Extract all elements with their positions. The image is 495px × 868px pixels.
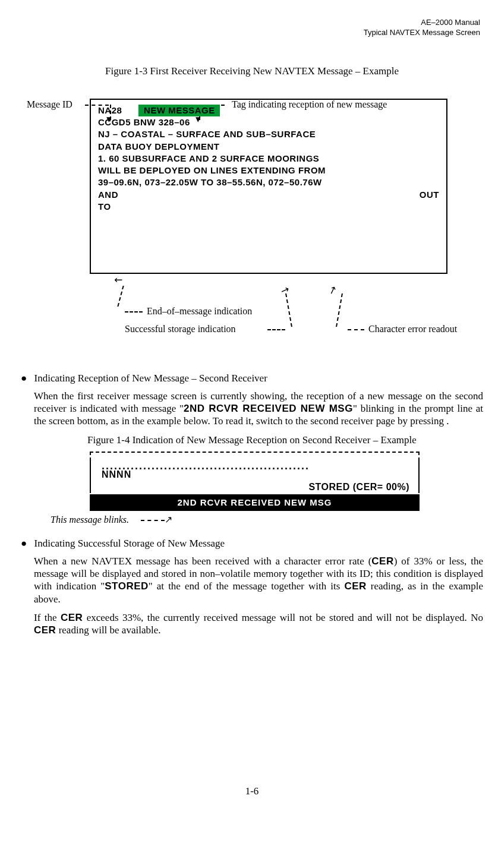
message-box: NA28 NEW MESSAGE CCGD5 BNW 328–06 NJ – C… xyxy=(90,99,447,274)
section1-para: When the first receiver message screen i… xyxy=(34,390,483,428)
msg-id: NA28 xyxy=(98,105,122,115)
bullet-icon: ● xyxy=(21,537,27,550)
annotation-storage: Successful storage indication xyxy=(125,323,236,336)
annotation-message-id: Message ID xyxy=(27,99,72,111)
figure1-caption: Figure 1-3 First Receiver Receiving New … xyxy=(21,65,483,78)
figure2-container: ........................................… xyxy=(90,452,420,511)
stored-line: STORED (CER= 00%) xyxy=(102,481,412,494)
dash-line6 xyxy=(141,520,165,521)
msg-line1: NA28 NEW MESSAGE xyxy=(98,105,439,116)
msg-line6: WILL BE DEPLOYED ON LINES EXTENDING FROM xyxy=(98,165,439,176)
msg-line3: NJ – COASTAL – SURFACE AND SUB–SURFACE xyxy=(98,128,439,140)
msg-line5: 1. 60 SUBSURFACE AND 2 SURFACE MOORINGS xyxy=(98,153,439,165)
dash-line3 xyxy=(125,311,143,313)
msg-line9: TO xyxy=(98,201,439,213)
section2-para1: When a new NAVTEX message has been recei… xyxy=(34,555,483,605)
dash-vert4 xyxy=(285,293,292,327)
annotation-cer: Character error readout xyxy=(368,323,457,336)
figure2-box: ........................................… xyxy=(90,461,420,494)
header-line2: Typical NAVTEX Message Screen xyxy=(21,28,480,38)
page-number: 1-6 xyxy=(21,785,483,798)
arrow-up-icon: ↗ xyxy=(279,283,291,298)
header: AE–2000 Manual Typical NAVTEX Message Sc… xyxy=(21,18,483,38)
annotation-eom: End–of–message indication xyxy=(147,305,252,318)
new-message-tag: NEW MESSAGE xyxy=(138,105,220,116)
figure1-container: Message ID ▾ Tag indicating reception of… xyxy=(21,99,483,354)
dash-vert3 xyxy=(117,286,124,307)
bullet-icon: ● xyxy=(21,372,27,385)
arrow-up-icon: ↗ xyxy=(327,283,339,298)
section1: ● Indicating Reception of New Message – … xyxy=(21,372,483,385)
msg-line8: AND OUT xyxy=(98,189,439,201)
msg-line2: CCGD5 BNW 328–06 xyxy=(98,116,439,128)
blinks-note: This message blinks. ↗ xyxy=(51,514,483,526)
section1-heading: Indicating Reception of New Message – Se… xyxy=(34,373,267,384)
header-line1: AE–2000 Manual xyxy=(21,18,480,28)
black-bar: 2ND RCVR RECEIVED NEW MSG xyxy=(90,494,420,511)
dots: ........................................… xyxy=(102,463,412,469)
dash-line5 xyxy=(348,329,364,330)
section2-heading: Indicating Successful Storage of New Mes… xyxy=(34,538,225,549)
section2-para2: If the CER exceeds 33%, the currently re… xyxy=(34,611,483,637)
dash-vert5 xyxy=(336,293,343,327)
dash-line4 xyxy=(267,329,285,330)
arrow-icon: ↗ xyxy=(165,515,172,525)
msg-line4: DATA BUOY DEPLOYMENT xyxy=(98,141,439,153)
section2: ● Indicating Successful Storage of New M… xyxy=(21,537,483,550)
figure2-caption: Figure 1-4 Indication of New Message Rec… xyxy=(21,434,483,447)
msg-line7: 39–09.6N, 073–22.05W TO 38–55.56N, 072–5… xyxy=(98,176,439,188)
